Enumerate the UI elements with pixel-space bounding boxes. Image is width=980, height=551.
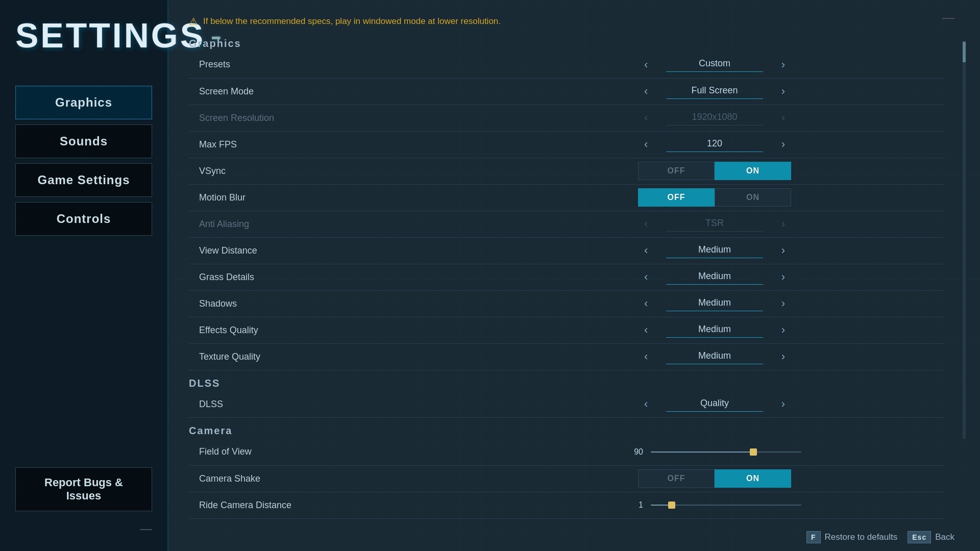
grass-details-label: Grass Details	[189, 264, 485, 290]
presets-value: Custom	[654, 58, 775, 71]
grass-details-selector: ‹ Medium ›	[638, 267, 791, 287]
back-key-badge[interactable]: Esc	[908, 531, 931, 543]
dlss-selector: ‹ Quality ›	[638, 394, 791, 414]
grass-details-next-btn[interactable]: ›	[775, 267, 791, 287]
table-row: Effects Quality ‹ Medium ›	[189, 317, 944, 343]
sidebar-bottom-dash: —	[15, 521, 152, 536]
restore-label: Restore to defaults	[825, 532, 898, 542]
camera-shake-off-btn[interactable]: OFF	[638, 469, 715, 488]
table-row: View Distance ‹ Medium ›	[189, 237, 944, 264]
texture-quality-selector: ‹ Medium ›	[638, 347, 791, 366]
anti-aliasing-control: ‹ TSR ›	[485, 211, 944, 237]
texture-quality-next-btn[interactable]: ›	[775, 347, 791, 366]
effects-quality-prev-btn[interactable]: ‹	[638, 320, 654, 340]
shadows-value: Medium	[654, 297, 775, 310]
anti-aliasing-selector: ‹ TSR ›	[638, 214, 791, 234]
screen-mode-next-btn[interactable]: ›	[775, 82, 791, 101]
dlss-label: DLSS	[189, 391, 485, 418]
table-row: Screen Resolution ‹ 980x551 ›	[189, 105, 944, 131]
dlss-section-header: DLSS	[189, 378, 944, 389]
screen-res-label: Screen Resolution	[189, 105, 485, 131]
dlss-prev-btn[interactable]: ‹	[638, 394, 654, 414]
vsync-label: VSync	[189, 158, 485, 184]
table-row: Max FPS ‹ 120 ›	[189, 131, 944, 158]
view-distance-next-btn[interactable]: ›	[775, 241, 791, 260]
effects-quality-next-btn[interactable]: ›	[775, 320, 791, 340]
warning-bar: ⚠ If below the recommended specs, play i…	[189, 15, 944, 28]
view-distance-control: ‹ Medium ›	[485, 237, 944, 264]
presets-selector: ‹ Custom ›	[638, 55, 791, 74]
dlss-settings-table: DLSS ‹ Quality ›	[189, 391, 944, 418]
ride-camera-control: 1	[485, 492, 944, 518]
nav-btn-controls[interactable]: Controls	[15, 202, 152, 236]
screen-res-control: ‹ 980x551 ›	[485, 105, 944, 131]
scrollbar-track[interactable]	[963, 41, 966, 439]
screen-mode-label: Screen Mode	[189, 78, 485, 105]
restore-key-badge[interactable]: F	[806, 531, 821, 543]
max-fps-selector: ‹ 120 ›	[638, 135, 791, 154]
dlss-next-btn[interactable]: ›	[775, 394, 791, 414]
anti-aliasing-prev-btn: ‹	[638, 214, 654, 234]
footer: F Restore to defaults Esc Back	[806, 531, 954, 543]
graphics-section-header: Graphics	[189, 38, 944, 49]
fov-track[interactable]	[651, 452, 801, 453]
max-fps-label: Max FPS	[189, 131, 485, 158]
ride-camera-slider: 1	[628, 500, 801, 510]
camera-shake-label: Camera Shake	[189, 465, 485, 492]
effects-quality-selector: ‹ Medium ›	[638, 320, 791, 340]
motion-blur-off-btn[interactable]: OFF	[638, 188, 715, 207]
shadows-control: ‹ Medium ›	[485, 290, 944, 317]
report-bugs-button[interactable]: Report Bugs & Issues	[15, 467, 152, 511]
shadows-prev-btn[interactable]: ‹	[638, 294, 654, 313]
scrollbar-thumb[interactable]	[963, 42, 966, 62]
fov-thumb[interactable]	[750, 448, 757, 456]
vsync-off-btn[interactable]: OFF	[638, 162, 715, 180]
screen-mode-control: ‹ Full Screen ›	[485, 78, 944, 105]
vsync-on-btn[interactable]: ON	[715, 162, 791, 180]
fov-fill	[651, 452, 753, 453]
fov-control: 90	[485, 439, 944, 465]
view-distance-prev-btn[interactable]: ‹	[638, 241, 654, 260]
table-row: VSync OFF ON	[189, 158, 944, 184]
grass-details-control: ‹ Medium ›	[485, 264, 944, 290]
texture-quality-control: ‹ Medium ›	[485, 343, 944, 370]
texture-quality-prev-btn[interactable]: ‹	[638, 347, 654, 366]
presets-prev-btn[interactable]: ‹	[638, 55, 654, 74]
nav-btn-sounds[interactable]: Sounds	[15, 124, 152, 158]
motion-blur-toggle: OFF ON	[638, 188, 791, 207]
grass-details-prev-btn[interactable]: ‹	[638, 267, 654, 287]
fov-label: Field of View	[189, 439, 485, 465]
max-fps-value: 120	[654, 138, 775, 151]
nav-btn-graphics[interactable]: Graphics	[15, 86, 152, 119]
ride-camera-track[interactable]	[651, 505, 801, 506]
ride-camera-thumb[interactable]	[668, 502, 675, 509]
nav-btn-game-settings[interactable]: Game Settings	[15, 163, 152, 197]
motion-blur-label: Motion Blur	[189, 184, 485, 211]
max-fps-prev-btn[interactable]: ‹	[638, 135, 654, 154]
screen-res-next-btn: ›	[775, 108, 791, 128]
presets-next-btn[interactable]: ›	[775, 55, 791, 74]
screen-mode-prev-btn[interactable]: ‹	[638, 82, 654, 101]
camera-shake-on-btn[interactable]: ON	[715, 469, 791, 488]
dlss-value: Quality	[654, 398, 775, 411]
max-fps-next-btn[interactable]: ›	[775, 135, 791, 154]
max-fps-control: ‹ 120 ›	[485, 131, 944, 158]
shadows-next-btn[interactable]: ›	[775, 294, 791, 313]
dlss-control: ‹ Quality ›	[485, 391, 944, 418]
texture-quality-value: Medium	[654, 350, 775, 363]
nav-buttons: Graphics Sounds Game Settings Controls	[15, 86, 152, 467]
motion-blur-on-btn[interactable]: ON	[715, 188, 791, 207]
anti-aliasing-next-btn: ›	[775, 214, 791, 234]
texture-quality-label: Texture Quality	[189, 343, 485, 370]
screen-mode-value: Full Screen	[654, 85, 775, 98]
fov-slider: 90	[628, 447, 801, 457]
anti-aliasing-value: TSR	[654, 218, 775, 231]
restore-defaults-action: F Restore to defaults	[806, 531, 897, 543]
grass-details-value: Medium	[654, 271, 775, 284]
view-distance-label: View Distance	[189, 237, 485, 264]
effects-quality-label: Effects Quality	[189, 317, 485, 343]
table-row: Texture Quality ‹ Medium ›	[189, 343, 944, 370]
table-row: Presets ‹ Custom ›	[189, 52, 944, 78]
view-distance-value: Medium	[654, 244, 775, 257]
sidebar: SETTINGS- Graphics Sounds Game Settings …	[0, 0, 168, 551]
